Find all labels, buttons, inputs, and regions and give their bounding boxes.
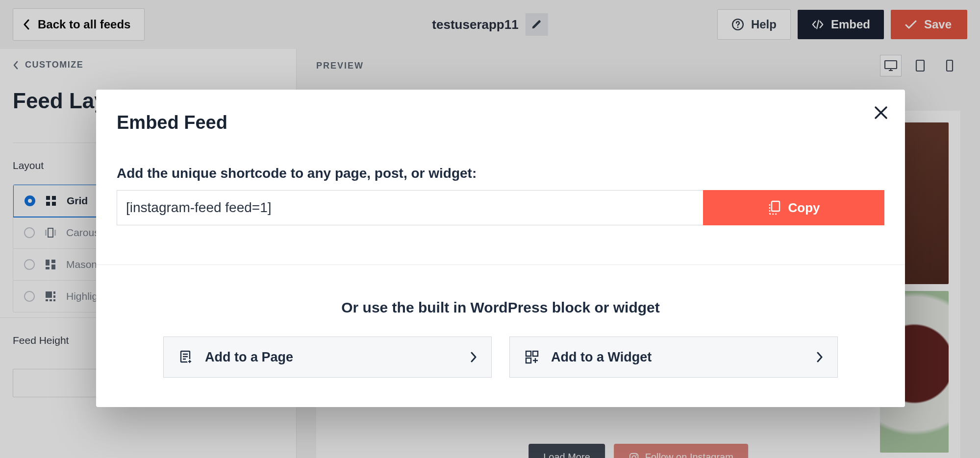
modal-close-button[interactable] — [874, 105, 888, 120]
modal-instruction: Add the unique shortcode to any page, po… — [117, 166, 884, 181]
embed-feed-modal: Embed Feed Add the unique shortcode to a… — [96, 90, 905, 407]
copy-label: Copy — [788, 200, 820, 216]
modal-or-heading: Or use the built in WordPress block or w… — [117, 299, 884, 316]
copy-shortcode-button[interactable]: Copy — [703, 190, 884, 225]
svg-rect-28 — [526, 351, 531, 356]
shortcode-row: Copy — [117, 190, 884, 225]
svg-rect-25 — [772, 201, 779, 211]
close-icon — [874, 105, 888, 120]
modal-title: Embed Feed — [117, 112, 884, 133]
modal-action-cards: Add to a Page Add to a Widget — [117, 337, 884, 378]
add-to-page-button[interactable]: Add to a Page — [163, 337, 492, 378]
modal-divider — [96, 265, 905, 265]
add-to-widget-button[interactable]: Add to a Widget — [509, 337, 838, 378]
shortcode-input[interactable] — [117, 190, 703, 225]
add-widget-label: Add to a Widget — [551, 350, 652, 365]
add-page-label: Add to a Page — [205, 350, 293, 365]
widget-icon — [525, 350, 539, 364]
svg-rect-29 — [533, 351, 538, 356]
copy-icon — [768, 200, 780, 215]
svg-rect-30 — [526, 358, 531, 363]
page-icon — [178, 350, 193, 364]
chevron-right-icon — [816, 352, 823, 362]
chevron-right-icon — [470, 352, 477, 362]
